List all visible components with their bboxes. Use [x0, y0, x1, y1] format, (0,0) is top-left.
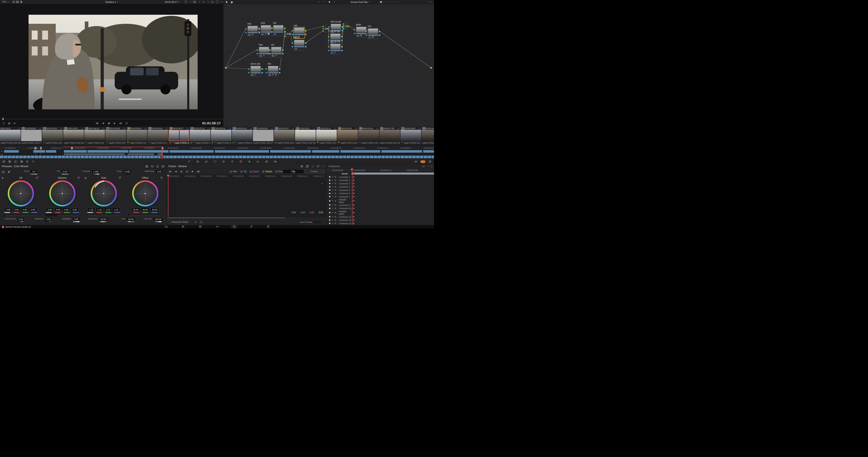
control-value[interactable]: 50.00 — [99, 218, 107, 221]
timeline-clip[interactable]: 3800:01:50:15V1Apple ProRes 422 ... — [126, 127, 147, 145]
chevron-right-icon[interactable]: › — [337, 182, 338, 185]
keyframes-playhead[interactable] — [352, 168, 352, 225]
keyframe-track[interactable] — [351, 185, 434, 188]
chevron-right-icon[interactable]: › — [337, 219, 338, 221]
lock-icon[interactable] — [332, 186, 334, 188]
keyframe-row[interactable]: ›Corrector 5 — [327, 188, 434, 192]
corrector-node[interactable]: tint06 — [268, 65, 279, 77]
timeline-playhead[interactable] — [162, 146, 162, 159]
lock-icon[interactable] — [332, 192, 334, 195]
edit-page-icon[interactable] — [199, 225, 202, 229]
corrector-node[interactable]: exp01 — [247, 25, 258, 37]
diamond-icon[interactable] — [335, 179, 336, 181]
checkbox-zoom[interactable] — [250, 170, 252, 173]
corrector-node[interactable]: sat05 — [271, 46, 282, 58]
control-value[interactable]: 0.00 — [72, 218, 80, 221]
checkbox-perspective-3d[interactable] — [275, 170, 278, 173]
keyframe-track[interactable] — [351, 215, 434, 218]
clip-thumbnail[interactable] — [400, 130, 421, 141]
lock-icon[interactable] — [332, 189, 334, 191]
diamond-icon[interactable] — [335, 189, 336, 191]
interactive-mode-checkbox[interactable] — [168, 221, 170, 223]
diamond-icon[interactable] — [334, 212, 336, 214]
node-rgb-input[interactable] — [366, 31, 367, 32]
keyframe-track[interactable] — [351, 207, 434, 210]
wheel-value[interactable]: 1.10 — [104, 208, 112, 211]
keyframe-dot[interactable] — [353, 207, 354, 209]
node-key-input[interactable] — [269, 53, 270, 55]
skip-start-icon[interactable] — [95, 121, 99, 125]
wheel-value[interactable]: 1.10 — [113, 208, 120, 211]
wheel-value[interactable]: 0.00 — [54, 208, 62, 211]
clip-thumbnail[interactable] — [63, 130, 84, 141]
diamond-icon[interactable] — [335, 207, 336, 209]
control-value[interactable]: 0.435 — [123, 170, 132, 173]
timeline-clip[interactable]: 4700:02:11:10V1Apple ProRes 422 HQ — [316, 127, 337, 145]
node-key-input[interactable] — [354, 33, 355, 34]
chevron-right-icon[interactable]: › — [337, 222, 338, 225]
palette-sizing-icon[interactable] — [265, 160, 268, 164]
wheel-value[interactable]: 25.00 — [141, 208, 150, 211]
enable-dot-icon[interactable] — [329, 193, 331, 194]
viewer-timecode-control[interactable]: 00:01:55:17 ▼ — [165, 0, 180, 4]
log-wheels-icon[interactable] — [156, 164, 159, 168]
clip-thumbnail[interactable] — [148, 130, 168, 141]
keyframe-row[interactable]: ›Corrector 2 — [327, 179, 434, 182]
enable-dot-icon[interactable] — [329, 223, 331, 224]
node-output-port[interactable] — [327, 28, 329, 29]
enable-dot-icon[interactable] — [329, 183, 331, 184]
info-icon[interactable] — [428, 160, 432, 164]
color-page-icon[interactable] — [233, 225, 236, 229]
tint-bar[interactable] — [62, 174, 68, 174]
enable-dot-icon[interactable] — [329, 208, 331, 209]
temp-bar[interactable] — [31, 174, 37, 174]
diamond-icon[interactable] — [335, 219, 336, 221]
keyframe-track[interactable] — [351, 204, 434, 206]
page-color[interactable] — [231, 225, 238, 228]
clip-thumbnail[interactable] — [295, 130, 316, 141]
keyframe-track[interactable] — [351, 219, 434, 222]
video-clip[interactable] — [169, 150, 214, 153]
node-rgb-input[interactable] — [258, 27, 260, 29]
node-input-port[interactable] — [343, 28, 344, 29]
video-clip[interactable] — [340, 150, 380, 153]
enable-dot-icon[interactable] — [329, 176, 331, 177]
node-key-input[interactable] — [329, 30, 330, 31]
node-rgb-output[interactable] — [261, 68, 263, 70]
clip-thumbnail[interactable] — [316, 130, 337, 141]
keyframe-row[interactable]: ›Corrector 10 — [327, 207, 434, 210]
keyframe-row[interactable]: ›Corrector 3 — [327, 182, 434, 185]
viewer-timecode[interactable]: 00:01:55:17 — [165, 1, 178, 3]
timeline-selector[interactable]: Timeline 1 ▼ — [105, 0, 119, 4]
keyframe-row[interactable]: ›Corrector 9 — [327, 204, 434, 207]
wheel-reset-icon[interactable] — [159, 176, 163, 179]
diamond-icon[interactable] — [335, 192, 336, 194]
power-mask-icon[interactable] — [2, 121, 5, 125]
keyframe-track[interactable] — [351, 172, 434, 175]
wheel-value[interactable]: 0.00 — [21, 208, 29, 211]
corrector-node[interactable]: desat10 — [293, 39, 305, 51]
node-input-port[interactable] — [285, 33, 286, 35]
node-input-port[interactable] — [285, 31, 286, 33]
wheel-value[interactable]: 0.00 — [13, 208, 21, 211]
chevron-right-icon[interactable]: › — [337, 216, 338, 218]
diamond-icon[interactable] — [335, 216, 336, 218]
fusion-page-icon[interactable] — [216, 225, 219, 229]
palette-magic-mask-icon[interactable] — [230, 160, 234, 164]
chevron-right-icon[interactable]: › — [337, 179, 338, 182]
timeline-clip[interactable]: 4100:01:57:14V1Apple ProRes 42... — [190, 127, 210, 145]
diamond-icon[interactable] — [335, 186, 336, 188]
keyframe-dot[interactable] — [353, 176, 354, 178]
node-key-output[interactable] — [342, 30, 343, 31]
point-add-icon[interactable] — [194, 220, 197, 224]
keyframe-dot[interactable] — [353, 193, 354, 194]
video-clip[interactable] — [270, 150, 311, 153]
page-edit[interactable] — [197, 225, 204, 228]
split-wipe-icon[interactable] — [12, 0, 16, 4]
node-rgb-input[interactable] — [257, 49, 258, 51]
node-key-input[interactable] — [266, 72, 267, 74]
timeline-clip[interactable]: 4500:02:07:07V1Apple ProRes 422 HQ — [274, 127, 294, 145]
keyframe-track[interactable] — [351, 222, 434, 225]
wheel-value[interactable]: 1.10 — [96, 208, 103, 211]
node-rgb-input[interactable] — [328, 36, 330, 38]
